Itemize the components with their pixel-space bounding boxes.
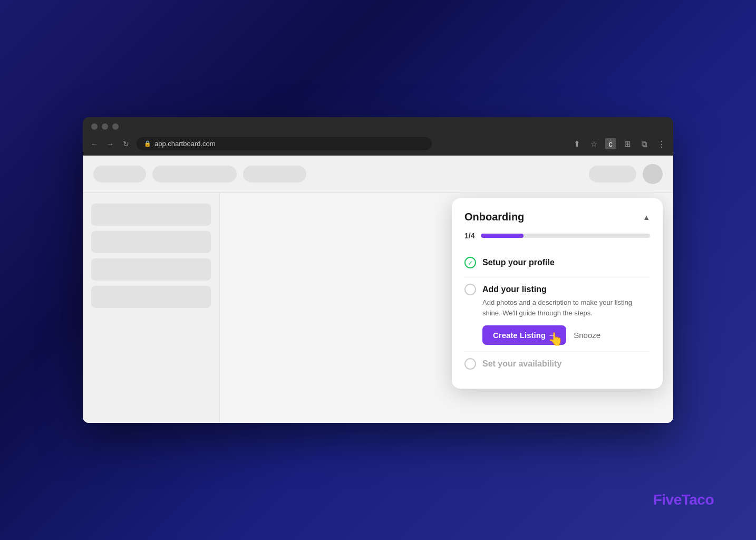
browser-actions: ⬆ ☆ c ⊞ ⧉ ⋮ [571, 138, 667, 149]
listing-item-label: Add your listing [482, 285, 547, 294]
checklist-item-availability: Set your availability [464, 352, 650, 376]
nav-pill-1[interactable] [93, 166, 146, 182]
progress-bar-fill [481, 234, 523, 238]
sidebar-item-1[interactable] [91, 204, 211, 226]
popup-header: Onboarding ▲ [464, 211, 650, 223]
forward-button[interactable]: → [105, 140, 115, 148]
onboarding-popup: Onboarding ▲ 1/4 ✓ Setup your profile [452, 198, 663, 389]
listing-item-desc: Add photos and a description to make you… [482, 297, 650, 318]
back-button[interactable]: ← [89, 140, 100, 148]
nav-pill-3[interactable] [243, 166, 306, 182]
tab-button[interactable]: ⧉ [638, 139, 650, 149]
traffic-light-close[interactable] [91, 123, 98, 130]
check-empty-availability-icon [464, 358, 476, 370]
create-listing-button[interactable]: Create Listing → [482, 325, 566, 345]
address-bar[interactable]: 🔒 app.chartboard.com [137, 137, 432, 150]
reload-button[interactable]: ↻ [121, 140, 131, 148]
traffic-light-minimize[interactable] [102, 123, 108, 130]
checklist-item-listing: Add your listing Add photos and a descri… [464, 277, 650, 352]
sidebar [83, 193, 220, 423]
sidebar-item-3[interactable] [91, 258, 211, 281]
extension-button[interactable]: c [605, 138, 616, 149]
bookmark-button[interactable]: ☆ [588, 139, 599, 149]
lock-icon: 🔒 [144, 140, 151, 147]
avatar[interactable] [643, 164, 663, 184]
popup-title: Onboarding [464, 211, 524, 223]
browser-window: ← → ↻ 🔒 app.chartboard.com ⬆ ☆ c ⊞ ⧉ ⋮ [83, 117, 673, 423]
browser-toolbar: ← → ↻ 🔒 app.chartboard.com ⬆ ☆ c ⊞ ⧉ ⋮ [83, 134, 673, 156]
checklist-item-profile: ✓ Setup your profile [464, 250, 650, 277]
titlebar [83, 117, 673, 134]
progress-bar-background [481, 234, 650, 238]
app-body: Onboarding ▲ 1/4 ✓ Setup your profile [83, 193, 673, 423]
availability-item-label: Set your availability [482, 359, 561, 369]
check-completed-icon: ✓ [464, 257, 476, 268]
progress-row: 1/4 [464, 232, 650, 240]
check-empty-icon [464, 284, 476, 295]
chevron-up-icon[interactable]: ▲ [643, 213, 650, 221]
snooze-button[interactable]: Snooze [574, 331, 600, 340]
traffic-light-maximize[interactable] [112, 123, 119, 130]
watermark: FiveTaco [653, 491, 714, 508]
checklist-item-profile-header: ✓ Setup your profile [464, 257, 650, 268]
sidebar-item-2[interactable] [91, 231, 211, 253]
menu-button[interactable]: ⋮ [655, 139, 667, 149]
listing-item-actions: Create Listing → Snooze [482, 325, 650, 345]
puzzle-button[interactable]: ⊞ [622, 139, 633, 149]
checklist-item-listing-header: Add your listing [464, 284, 650, 295]
profile-item-label: Setup your profile [482, 258, 555, 267]
share-button[interactable]: ⬆ [571, 139, 583, 149]
nav-pill-2[interactable] [152, 166, 237, 182]
progress-label: 1/4 [464, 232, 474, 240]
app-header [83, 156, 673, 193]
browser-chrome: ← → ↻ 🔒 app.chartboard.com ⬆ ☆ c ⊞ ⧉ ⋮ [83, 117, 673, 156]
app-content: Onboarding ▲ 1/4 ✓ Setup your profile [83, 156, 673, 423]
header-action-pill[interactable] [589, 166, 636, 182]
url-text: app.chartboard.com [154, 140, 216, 148]
sidebar-item-4[interactable] [91, 286, 211, 308]
